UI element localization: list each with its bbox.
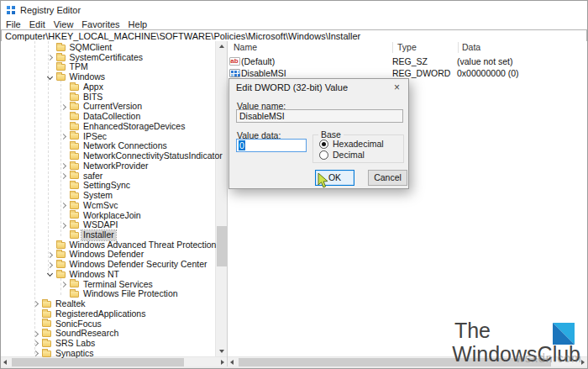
address-bar[interactable]: Computer\HKEY_LOCAL_MACHINE\SOFTWARE\Pol…: [1, 29, 587, 42]
value-name-field[interactable]: [236, 109, 403, 123]
tree-item[interactable]: EnhancedStorageDevices: [1, 122, 215, 132]
folder-icon: [70, 103, 79, 110]
tree-item[interactable]: RegisteredApplications: [1, 309, 215, 319]
tree-item-label: EnhancedStorageDevices: [81, 122, 186, 132]
menu-favorites[interactable]: Favorites: [77, 19, 123, 29]
chevron-down-icon[interactable]: [46, 271, 54, 278]
chevron-right-icon[interactable]: [32, 350, 39, 357]
scroll-left-icon[interactable]: [3, 360, 7, 365]
chevron-right-icon[interactable]: [46, 251, 54, 259]
folder-icon: [70, 212, 79, 219]
menu-view[interactable]: View: [50, 19, 78, 29]
folder-icon: [70, 124, 79, 130]
close-icon[interactable]: ×: [390, 82, 404, 94]
tree-item[interactable]: SRS Labs: [1, 339, 215, 349]
value-data-selected-text: 0: [239, 140, 245, 150]
chevron-right-icon[interactable]: [60, 202, 67, 209]
folder-icon: [56, 45, 66, 51]
string-value-icon: [229, 57, 240, 66]
tree-item[interactable]: Windows NT: [1, 270, 215, 280]
registry-value-row[interactable]: (Default)REG_SZ(value not set): [228, 55, 587, 67]
tree-rows: SQMClientSystemCertificatesTPMWindowsApp…: [1, 43, 215, 359]
tree-item[interactable]: Appx: [1, 82, 215, 92]
expander-spacer: [60, 231, 67, 239]
tree-hscroll-thumb[interactable]: [12, 358, 184, 366]
cancel-button[interactable]: Cancel: [368, 170, 407, 186]
chevron-right-icon[interactable]: [46, 261, 54, 269]
tree-item-label: Windows NT: [68, 270, 122, 280]
chevron-right-icon[interactable]: [60, 281, 67, 288]
tree-item[interactable]: TPM: [1, 62, 215, 72]
tree-item[interactable]: Installer: [1, 230, 215, 240]
tree-vertical-scrollbar[interactable]: [215, 41, 227, 356]
folder-icon: [56, 271, 66, 278]
tree-item[interactable]: NetworkProvider: [1, 161, 215, 171]
tree-item[interactable]: System: [1, 191, 215, 201]
chevron-right-icon[interactable]: [46, 54, 54, 61]
value-data-cell: 0x00000000 (0): [457, 68, 587, 78]
tree-item-label: Installer: [81, 230, 116, 240]
column-header-data[interactable]: Data: [462, 41, 480, 54]
chevron-right-icon[interactable]: [60, 133, 67, 140]
scroll-up-icon[interactable]: [219, 45, 224, 48]
chevron-right-icon[interactable]: [60, 172, 67, 180]
scroll-right-icon[interactable]: [221, 360, 224, 365]
chevron-down-icon[interactable]: [46, 74, 54, 82]
chevron-right-icon[interactable]: [60, 162, 67, 170]
registry-path: Computer\HKEY_LOCAL_MACHINE\SOFTWARE\Pol…: [5, 31, 360, 41]
expander-spacer: [60, 83, 67, 91]
registry-value-row[interactable]: DisableMSIREG_DWORD0x00000000 (0): [228, 67, 587, 79]
folder-icon: [70, 182, 79, 189]
dword-value-icon: [229, 69, 240, 77]
folder-icon: [56, 64, 66, 71]
folder-icon: [42, 301, 51, 308]
column-header-type[interactable]: Type: [397, 41, 417, 54]
watermark-word-the: The: [454, 319, 491, 343]
folder-icon: [70, 113, 79, 120]
menu-edit[interactable]: Edit: [25, 19, 50, 29]
hexadecimal-radio-row[interactable]: Hexadecimal: [319, 139, 384, 149]
chevron-right-icon[interactable]: [32, 330, 39, 338]
tree-item[interactable]: WcmSvc: [1, 201, 215, 211]
chevron-right-icon[interactable]: [60, 222, 67, 229]
chevron-right-icon[interactable]: [32, 340, 39, 347]
menu-help[interactable]: Help: [124, 19, 152, 29]
chevron-right-icon[interactable]: [32, 300, 39, 308]
chevron-right-icon[interactable]: [60, 103, 67, 111]
value-data-field[interactable]: 0: [236, 139, 307, 152]
scroll-down-icon[interactable]: [219, 350, 224, 353]
tree-item[interactable]: Windows: [1, 72, 215, 82]
tree-vscroll-thumb[interactable]: [217, 226, 227, 266]
folder-icon: [70, 291, 79, 298]
menu-file[interactable]: File: [2, 19, 25, 29]
tree-item[interactable]: Synaptics: [1, 349, 215, 359]
tree-item[interactable]: SystemCertificates: [1, 53, 215, 63]
tree-item[interactable]: SQMClient: [1, 43, 215, 53]
registry-tree-panel: SQMClientSystemCertificatesTPMWindowsApp…: [1, 41, 227, 366]
value-data-cell: (value not set): [457, 56, 587, 66]
tree-item[interactable]: Windows File Protection: [1, 289, 215, 299]
tree-item-label: System: [81, 191, 114, 201]
column-header-name[interactable]: Name: [234, 41, 257, 54]
expander-spacer: [32, 320, 39, 328]
expander-spacer: [60, 143, 67, 150]
watermark-word-windowsclub: WindowsClub: [452, 342, 580, 366]
menu-bar: File Edit View Favorites Help: [1, 18, 587, 29]
column-separator[interactable]: [392, 42, 393, 53]
decimal-radio[interactable]: [319, 150, 328, 160]
value-type-cell: REG_DWORD: [392, 68, 457, 78]
tree-item-label: SRS Labs: [54, 339, 97, 349]
title-bar: Registry Editor: [1, 1, 587, 18]
expander-spacer: [32, 310, 39, 318]
tree-item-label: Appx: [81, 82, 105, 92]
tree-item[interactable]: SoundResearch: [1, 329, 215, 339]
folder-icon: [70, 94, 79, 101]
scroll-right-icon[interactable]: [581, 360, 585, 365]
expander-spacer: [60, 291, 67, 298]
expander-spacer: [60, 93, 67, 101]
decimal-radio-row[interactable]: Decimal: [319, 150, 365, 160]
column-separator[interactable]: [458, 42, 459, 53]
folder-icon: [70, 222, 79, 229]
hexadecimal-radio[interactable]: [319, 140, 328, 149]
scroll-left-icon[interactable]: [230, 360, 234, 365]
